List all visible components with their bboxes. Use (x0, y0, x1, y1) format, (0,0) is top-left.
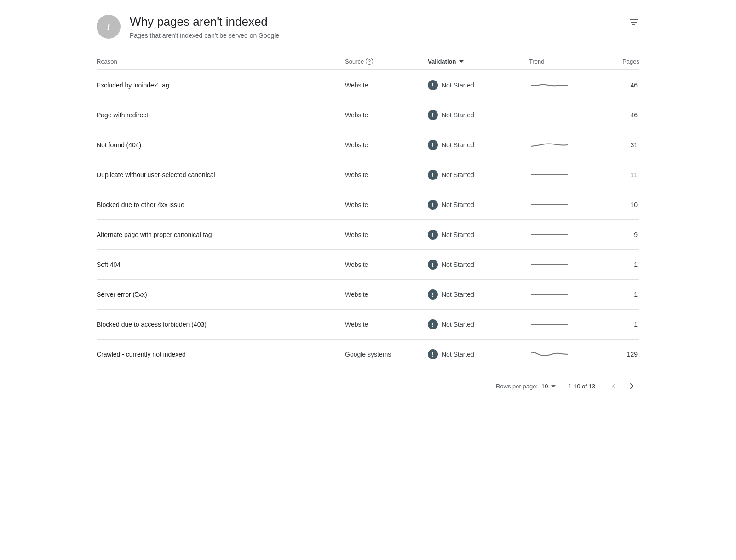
page-title: Why pages aren't indexed (130, 15, 279, 29)
cell-trend (529, 80, 603, 91)
cell-reason: Excluded by 'noindex' tag (97, 81, 345, 89)
page-wrapper: i Why pages aren't indexed Pages that ar… (78, 0, 658, 412)
cell-validation: !Not Started (428, 80, 529, 90)
table-row[interactable]: Page with redirectWebsite!Not Started46 (97, 100, 639, 130)
cell-reason: Page with redirect (97, 111, 345, 119)
table-row[interactable]: Excluded by 'noindex' tagWebsite!Not Sta… (97, 70, 639, 100)
validation-status: Not Started (442, 321, 474, 328)
table-header-row: Reason Source ? Validation Trend Pages (97, 58, 639, 70)
cell-source: Website (345, 291, 428, 298)
validation-sort-arrow (458, 58, 465, 65)
header: i Why pages aren't indexed Pages that ar… (97, 15, 639, 39)
exclamation-icon: ! (432, 112, 434, 118)
cell-validation: !Not Started (428, 230, 529, 240)
table-row[interactable]: Server error (5xx)Website!Not Started1 (97, 280, 639, 310)
cell-trend (529, 319, 603, 330)
validation-status: Not Started (442, 111, 474, 119)
validation-status: Not Started (442, 171, 474, 179)
cell-validation: !Not Started (428, 289, 529, 300)
col-header-source: Source ? (345, 58, 428, 65)
table-row[interactable]: Blocked due to access forbidden (403)Web… (97, 310, 639, 340)
cell-reason: Crawled - currently not indexed (97, 351, 345, 358)
rows-per-page-value: 10 (541, 383, 548, 390)
col-header-validation[interactable]: Validation (428, 58, 529, 65)
col-header-pages: Pages (603, 58, 639, 65)
header-text: Why pages aren't indexed Pages that aren… (130, 15, 279, 39)
validation-badge: ! (428, 260, 438, 270)
cell-source: Website (345, 171, 428, 179)
cell-reason: Duplicate without user-selected canonica… (97, 171, 345, 179)
prev-page-button[interactable] (606, 379, 621, 393)
table-row[interactable]: Not found (404)Website!Not Started31 (97, 130, 639, 160)
cell-source: Website (345, 81, 428, 89)
rows-per-page-label: Rows per page: (496, 383, 538, 390)
validation-status: Not Started (442, 261, 474, 268)
cell-pages: 11 (603, 171, 639, 179)
validation-status: Not Started (442, 81, 474, 89)
rows-per-page-select[interactable]: 10 (541, 382, 557, 390)
cell-validation: !Not Started (428, 140, 529, 150)
validation-badge: ! (428, 110, 438, 120)
validation-status: Not Started (442, 231, 474, 238)
validation-badge: ! (428, 80, 438, 90)
cell-pages: 46 (603, 81, 639, 89)
validation-badge: ! (428, 200, 438, 210)
pagination-nav (606, 379, 639, 393)
validation-status: Not Started (442, 141, 474, 149)
table-row[interactable]: Crawled - currently not indexedGoogle sy… (97, 340, 639, 369)
exclamation-icon: ! (432, 232, 434, 238)
cell-source: Website (345, 231, 428, 238)
filter-icon[interactable] (628, 17, 639, 29)
validation-badge: ! (428, 170, 438, 180)
cell-validation: !Not Started (428, 260, 529, 270)
cell-reason: Soft 404 (97, 261, 345, 268)
table-row[interactable]: Alternate page with proper canonical tag… (97, 220, 639, 250)
cell-validation: !Not Started (428, 349, 529, 359)
cell-pages: 1 (603, 261, 639, 268)
validation-status: Not Started (442, 201, 474, 208)
cell-validation: !Not Started (428, 170, 529, 180)
cell-pages: 129 (603, 351, 639, 358)
exclamation-icon: ! (432, 202, 434, 208)
cell-reason: Not found (404) (97, 141, 345, 149)
cell-reason: Blocked due to access forbidden (403) (97, 321, 345, 328)
cell-validation: !Not Started (428, 319, 529, 329)
source-help-icon[interactable]: ? (366, 58, 373, 65)
table-row[interactable]: Duplicate without user-selected canonica… (97, 160, 639, 190)
validation-badge: ! (428, 349, 438, 359)
cell-pages: 1 (603, 291, 639, 298)
table-body: Excluded by 'noindex' tagWebsite!Not Sta… (97, 70, 639, 369)
table-row[interactable]: Blocked due to other 4xx issueWebsite!No… (97, 190, 639, 220)
exclamation-icon: ! (432, 322, 434, 328)
rows-per-page: Rows per page: 10 (496, 382, 558, 390)
exclamation-icon: ! (432, 292, 434, 298)
next-page-button[interactable] (625, 379, 639, 393)
validation-badge: ! (428, 319, 438, 329)
cell-validation: !Not Started (428, 200, 529, 210)
exclamation-icon: ! (432, 262, 434, 268)
cell-source: Website (345, 201, 428, 208)
exclamation-icon: ! (432, 172, 434, 178)
info-letter: i (107, 21, 110, 33)
validation-status: Not Started (442, 291, 474, 298)
exclamation-icon: ! (432, 352, 434, 358)
cell-source: Website (345, 141, 428, 149)
cell-pages: 10 (603, 201, 639, 208)
col-header-trend: Trend (529, 58, 603, 65)
cell-pages: 1 (603, 321, 639, 328)
pagination-range: 1-10 of 13 (568, 383, 595, 390)
info-icon-circle: i (97, 15, 121, 39)
cell-validation: !Not Started (428, 110, 529, 120)
cell-source: Website (345, 261, 428, 268)
cell-reason: Blocked due to other 4xx issue (97, 201, 345, 208)
validation-badge: ! (428, 230, 438, 240)
table-row[interactable]: Soft 404Website!Not Started1 (97, 250, 639, 280)
header-left: i Why pages aren't indexed Pages that ar… (97, 15, 279, 39)
cell-trend (529, 139, 603, 150)
cell-source: Website (345, 111, 428, 119)
validation-badge: ! (428, 289, 438, 300)
table-footer: Rows per page: 10 1-10 of 13 (97, 369, 639, 393)
validation-status: Not Started (442, 351, 474, 358)
cell-source: Google systems (345, 351, 428, 358)
cell-trend (529, 259, 603, 270)
